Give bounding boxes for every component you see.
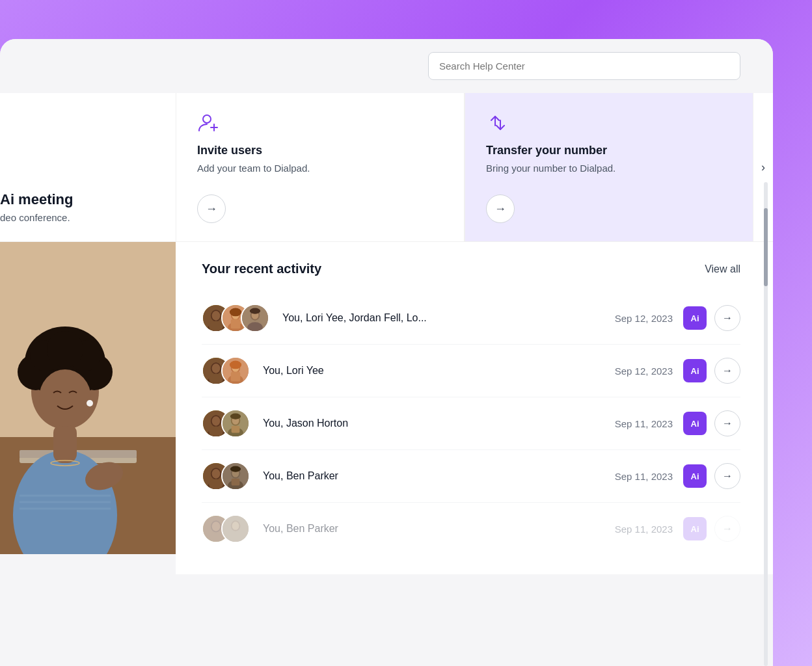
card-transfer-number: Transfer your number Bring your number t… <box>465 93 753 241</box>
avatars-group-5 <box>202 514 250 543</box>
activity-date-2: Sep 12, 2023 <box>615 366 673 377</box>
svg-rect-14 <box>53 424 77 463</box>
card-transfer-number-subtitle: Bring your number to Dialpad. <box>486 163 727 174</box>
ai-badge-3: Ai <box>683 412 707 435</box>
avatar-1-3 <box>241 304 269 332</box>
chevron-right-icon: › <box>761 161 765 174</box>
activity-name-3: You, Jason Horton <box>263 418 615 429</box>
activity-arrow-button-3[interactable]: → <box>714 410 740 436</box>
avatars-group-3 <box>202 409 250 438</box>
card-ai-meeting-text: Ai meeting deo conference. <box>0 191 176 223</box>
ai-badge-label-2: Ai <box>691 366 699 376</box>
avatars-group-4 <box>202 462 250 490</box>
card-transfer-number-arrow-button[interactable]: → <box>486 194 515 223</box>
activity-date-5: Sep 11, 2023 <box>615 524 673 535</box>
card-invite-users-title: Invite users <box>197 144 438 157</box>
arrow-right-icon: → <box>206 202 217 216</box>
activity-item-1: You, Lori Yee, Jordan Fell, Lo... Sep 12… <box>202 292 740 345</box>
ai-badge-label-5: Ai <box>691 524 699 534</box>
svg-point-63 <box>230 414 241 420</box>
activity-name-4: You, Ben Parker <box>263 470 615 482</box>
svg-point-24 <box>87 400 93 406</box>
search-input-wrapper <box>428 52 740 80</box>
activity-arrow-button-2[interactable]: → <box>714 358 740 384</box>
scrollbar-thumb <box>764 242 768 286</box>
svg-point-0 <box>203 115 211 123</box>
add-user-icon <box>197 111 221 135</box>
avatars-group-2 <box>202 356 250 385</box>
hero-photo <box>0 242 176 554</box>
card-transfer-number-title: Transfer your number <box>486 144 727 157</box>
svg-point-55 <box>212 416 221 426</box>
card-ai-meeting-title: Ai meeting <box>0 191 176 208</box>
hero-image-svg <box>0 242 176 554</box>
activity-item-2: You, Lori Yee Sep 12, 2023 Ai → <box>202 345 740 397</box>
activity-header: Your recent activity View all <box>202 261 740 276</box>
svg-rect-51 <box>231 372 241 382</box>
activity-date-4: Sep 11, 2023 <box>615 471 673 482</box>
card-invite-users-arrow-button[interactable]: → <box>197 194 226 223</box>
activity-item-3: You, Jason Horton Sep 11, 2023 Ai → <box>202 397 740 450</box>
arrow-icon-4: → <box>722 470 733 482</box>
svg-point-44 <box>212 364 221 373</box>
ai-badge-label-4: Ai <box>691 472 699 481</box>
avatars-group-1 <box>202 304 269 332</box>
ai-badge-4: Ai <box>683 464 707 488</box>
activity-date-1: Sep 12, 2023 <box>615 313 673 324</box>
svg-rect-73 <box>232 479 240 486</box>
activity-section: Your recent activity View all <box>176 242 773 574</box>
ai-badge-5: Ai <box>683 517 707 540</box>
svg-point-36 <box>230 308 241 317</box>
svg-point-52 <box>230 361 241 369</box>
card-ai-meeting: Ai meeting deo conference. <box>0 93 176 241</box>
svg-rect-62 <box>232 426 240 433</box>
ai-badge-label-1: Ai <box>691 313 699 323</box>
scrollbar[interactable] <box>764 242 768 574</box>
ai-badge-label-3: Ai <box>691 419 699 429</box>
ai-badge-2: Ai <box>683 359 707 382</box>
view-all-link[interactable]: View all <box>705 263 740 275</box>
activity-name-5: You, Ben Parker <box>263 523 615 535</box>
search-input[interactable] <box>428 52 740 80</box>
arrow-icon-1: → <box>722 312 733 324</box>
svg-point-28 <box>212 311 221 321</box>
arrow-icon-3: → <box>722 418 733 429</box>
activity-title: Your recent activity <box>202 261 321 276</box>
svg-point-66 <box>212 469 221 479</box>
activity-date-3: Sep 11, 2023 <box>615 418 673 429</box>
ai-badge-1: Ai <box>683 306 707 330</box>
activity-name-1: You, Lori Yee, Jordan Fell, Lo... <box>282 312 615 324</box>
activity-arrow-button-5[interactable]: → <box>714 516 740 542</box>
svg-rect-35 <box>231 319 241 329</box>
search-area <box>0 39 773 93</box>
activity-name-2: You, Lori Yee <box>263 365 615 377</box>
svg-point-41 <box>250 308 260 314</box>
avatar-5-2 <box>221 514 250 543</box>
svg-point-22 <box>47 331 83 367</box>
avatar-4-2 <box>221 462 250 490</box>
arrow-right-icon-2: → <box>494 202 506 216</box>
activity-list: You, Lori Yee, Jordan Fell, Lo... Sep 12… <box>202 292 740 555</box>
arrow-icon-2: → <box>722 365 733 377</box>
bottom-section: Your recent activity View all <box>0 242 773 574</box>
card-ai-meeting-subtitle: deo conference. <box>0 212 176 223</box>
transfer-icon <box>486 111 509 135</box>
activity-item-5: You, Ben Parker Sep 11, 2023 Ai → <box>202 503 740 555</box>
svg-point-77 <box>212 522 221 531</box>
right-scroll-arrow[interactable]: › <box>753 93 773 241</box>
activity-arrow-button-1[interactable]: → <box>714 305 740 331</box>
activity-arrow-button-4[interactable]: → <box>714 463 740 489</box>
avatar-3-2 <box>221 409 250 438</box>
arrow-icon-5: → <box>722 523 733 535</box>
svg-point-23 <box>39 369 91 427</box>
card-invite-users-subtitle: Add your team to Dialpad. <box>197 163 438 174</box>
main-container: Ai meeting deo conference. Invite users … <box>0 39 773 666</box>
avatar-2-2 <box>221 356 250 385</box>
top-cards-section: Ai meeting deo conference. Invite users … <box>0 93 773 242</box>
svg-point-80 <box>232 522 239 530</box>
activity-item-4: You, Ben Parker Sep 11, 2023 Ai → <box>202 450 740 503</box>
card-invite-users: Invite users Add your team to Dialpad. → <box>176 93 465 241</box>
svg-point-74 <box>230 466 241 472</box>
